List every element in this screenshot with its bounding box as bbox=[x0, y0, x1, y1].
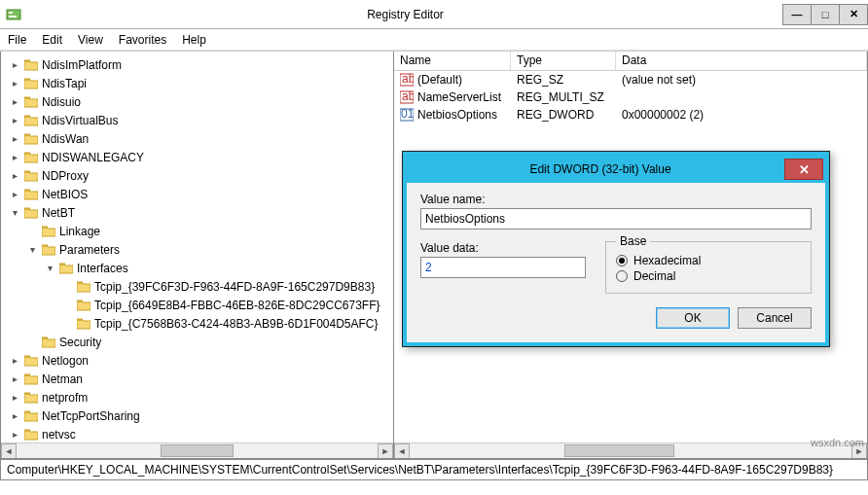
menu-favorites[interactable]: Favorites bbox=[119, 33, 166, 47]
tree-node[interactable]: ▸NdisVirtualBus bbox=[9, 112, 118, 129]
tree-scroll[interactable]: ▸NdisImPlatform▸NdisTapi▸Ndisuio▸NdisVir… bbox=[1, 52, 393, 442]
expander-icon[interactable]: ▾ bbox=[44, 260, 55, 277]
tree-node[interactable]: ▸NdisImPlatform bbox=[9, 56, 122, 74]
tree-node[interactable]: Security bbox=[26, 334, 101, 351]
window-title: Registry Editor bbox=[27, 8, 783, 21]
tree-node-label: Parameters bbox=[59, 241, 120, 259]
scroll-right-icon[interactable]: ► bbox=[378, 443, 393, 459]
expander-icon[interactable]: ▸ bbox=[9, 371, 20, 388]
list-row[interactable]: abNameServerListREG_MULTI_SZ bbox=[394, 88, 867, 106]
value-data-input[interactable] bbox=[420, 257, 586, 278]
tree-node[interactable]: Tcpip_{6649E8B4-FBBC-46EB-826E-8DC29CC67… bbox=[61, 297, 380, 314]
tree-node[interactable]: ▾Parameters bbox=[26, 241, 120, 259]
folder-icon bbox=[77, 318, 90, 330]
tree-node[interactable]: ▸NetBIOS bbox=[9, 186, 88, 203]
scroll-thumb[interactable] bbox=[564, 444, 675, 457]
maximize-button[interactable]: □ bbox=[811, 4, 840, 25]
close-button[interactable]: ✕ bbox=[839, 4, 868, 25]
svg-text:ab: ab bbox=[402, 90, 414, 103]
expander-icon[interactable]: ▸ bbox=[9, 407, 20, 425]
tree-node-label: NetTcpPortSharing bbox=[42, 407, 140, 425]
tree-node[interactable]: ▸NDProxy bbox=[9, 167, 89, 185]
folder-icon bbox=[42, 226, 55, 237]
scroll-track[interactable] bbox=[17, 443, 378, 459]
menu-edit[interactable]: Edit bbox=[42, 33, 62, 47]
menubar: File Edit View Favorites Help bbox=[0, 29, 868, 51]
statusbar: Computer\HKEY_LOCAL_MACHINE\SYSTEM\Curre… bbox=[0, 459, 868, 480]
value-name: NameServerList bbox=[417, 90, 501, 104]
radio-decimal[interactable]: Decimal bbox=[616, 269, 801, 283]
tree-node[interactable]: ▸NDISWANLEGACY bbox=[9, 149, 144, 166]
tree-node[interactable]: ▸NdisWan bbox=[9, 130, 89, 148]
folder-icon bbox=[24, 429, 38, 441]
expander-icon[interactable]: ▸ bbox=[9, 56, 20, 74]
folder-icon bbox=[42, 244, 55, 256]
expander-icon[interactable]: ▸ bbox=[9, 130, 20, 148]
folder-icon bbox=[42, 336, 55, 348]
tree-node-label: netprofm bbox=[42, 389, 88, 407]
value-name: (Default) bbox=[417, 73, 462, 87]
col-type[interactable]: Type bbox=[511, 52, 616, 70]
scroll-track[interactable] bbox=[410, 443, 851, 459]
expander-icon[interactable]: ▸ bbox=[9, 112, 20, 129]
minimize-button[interactable]: — bbox=[782, 4, 812, 25]
expander-icon[interactable]: ▸ bbox=[9, 186, 20, 203]
cancel-button[interactable]: Cancel bbox=[738, 307, 812, 329]
value-name-input[interactable] bbox=[420, 208, 812, 230]
expander-icon[interactable]: ▸ bbox=[9, 426, 20, 442]
tree-node[interactable]: Tcpip_{39FC6F3D-F963-44FD-8A9F-165C297D9… bbox=[61, 278, 375, 296]
folder-icon bbox=[77, 281, 90, 293]
expander-icon[interactable] bbox=[61, 297, 73, 314]
expander-icon[interactable] bbox=[26, 223, 38, 240]
expander-icon[interactable]: ▸ bbox=[9, 352, 20, 370]
expander-icon[interactable]: ▸ bbox=[9, 149, 20, 166]
menu-help[interactable]: Help bbox=[182, 33, 206, 47]
tree-node-label: Ndisuio bbox=[42, 93, 81, 111]
tree-node-label: NDISWANLEGACY bbox=[42, 149, 144, 166]
list-row[interactable]: ab(Default)REG_SZ(value not set) bbox=[394, 71, 867, 88]
tree-node[interactable]: Tcpip_{C7568B63-C424-48B3-AB9B-6D1F004D5… bbox=[61, 315, 379, 333]
expander-icon[interactable]: ▸ bbox=[9, 167, 20, 185]
menu-file[interactable]: File bbox=[8, 33, 26, 47]
statusbar-path: Computer\HKEY_LOCAL_MACHINE\SYSTEM\Curre… bbox=[7, 463, 833, 477]
tree-node[interactable]: Linkage bbox=[26, 223, 100, 240]
tree-node[interactable]: ▾Interfaces bbox=[44, 260, 128, 277]
tree-node[interactable]: ▸netprofm bbox=[9, 389, 88, 407]
col-data[interactable]: Data bbox=[616, 52, 867, 70]
scroll-thumb[interactable] bbox=[161, 444, 233, 457]
tree-node[interactable]: ▸Netman bbox=[9, 371, 83, 388]
expander-icon[interactable] bbox=[61, 278, 73, 296]
menu-view[interactable]: View bbox=[78, 33, 103, 47]
expander-icon[interactable] bbox=[61, 315, 73, 333]
dialog-body: Value name: Value data: Base Hexadecimal… bbox=[407, 183, 825, 342]
value-data: (value not set) bbox=[622, 73, 696, 87]
tree-node[interactable]: ▸Netlogon bbox=[9, 352, 89, 370]
tree-hscrollbar[interactable]: ◄ ► bbox=[1, 442, 393, 458]
ok-button[interactable]: OK bbox=[656, 307, 730, 329]
expander-icon[interactable]: ▸ bbox=[9, 93, 20, 111]
dialog-title: Edit DWORD (32-bit) Value bbox=[416, 162, 784, 176]
col-name[interactable]: Name bbox=[394, 52, 511, 70]
scroll-left-icon[interactable]: ◄ bbox=[394, 443, 410, 459]
tree-node[interactable]: ▾NetBT bbox=[9, 204, 75, 222]
expander-icon[interactable]: ▾ bbox=[9, 204, 20, 222]
expander-icon[interactable]: ▸ bbox=[9, 389, 20, 407]
svg-rect-2 bbox=[9, 16, 17, 18]
folder-icon bbox=[59, 263, 73, 274]
folder-icon bbox=[24, 133, 38, 145]
radio-hexadecimal[interactable]: Hexadecimal bbox=[616, 254, 801, 267]
tree-pane: ▸NdisImPlatform▸NdisTapi▸Ndisuio▸NdisVir… bbox=[0, 52, 394, 459]
expander-icon[interactable]: ▾ bbox=[26, 241, 38, 259]
tree-node[interactable]: ▸NetTcpPortSharing bbox=[9, 407, 140, 425]
tree-node[interactable]: ▸Ndisuio bbox=[9, 93, 81, 111]
expander-icon[interactable] bbox=[26, 334, 38, 351]
scroll-left-icon[interactable]: ◄ bbox=[1, 443, 17, 459]
tree-node-label: netvsc bbox=[42, 426, 76, 442]
list-row[interactable]: 011NetbiosOptionsREG_DWORD0x00000002 (2) bbox=[394, 106, 867, 124]
dialog-titlebar[interactable]: Edit DWORD (32-bit) Value ✕ bbox=[407, 156, 825, 183]
tree-node[interactable]: ▸netvsc bbox=[9, 426, 76, 442]
dialog-close-button[interactable]: ✕ bbox=[784, 159, 823, 180]
expander-icon[interactable]: ▸ bbox=[9, 75, 20, 92]
values-hscrollbar[interactable]: ◄ ► bbox=[394, 442, 867, 458]
tree-node[interactable]: ▸NdisTapi bbox=[9, 75, 87, 92]
